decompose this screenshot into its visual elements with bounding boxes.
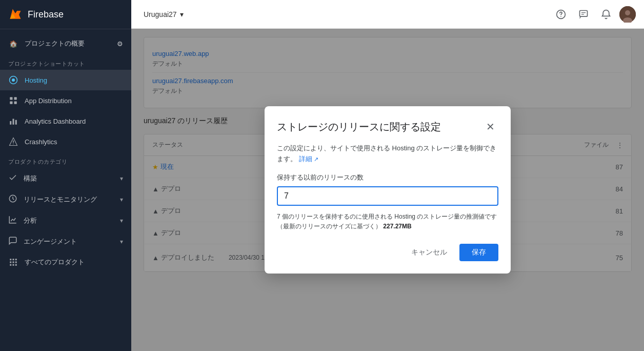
sidebar-item-crashlytics[interactable]: Crashlytics xyxy=(0,131,131,152)
svg-rect-23 xyxy=(580,10,588,16)
app-name: Firebase xyxy=(28,9,64,20)
sidebar-crashlytics-label: Crashlytics xyxy=(25,138,57,146)
external-link-icon: ↗ xyxy=(314,156,318,162)
firebase-logo-icon xyxy=(8,7,23,22)
sidebar-nav: 🏠 プロジェクトの概要 ⚙ プロジェクトショートカット Hosting xyxy=(0,29,131,351)
modal-actions: キャンセル 保存 xyxy=(277,244,498,261)
sidebar-group-build[interactable]: 構築 ▾ xyxy=(0,168,131,189)
sidebar-build-label: 構築 xyxy=(24,174,37,183)
sidebar-analytics-group-label: 分析 xyxy=(24,216,37,225)
svg-point-22 xyxy=(560,16,561,17)
sidebar-item-analytics[interactable]: Analytics Dashboard xyxy=(0,111,131,131)
modal-detail-link[interactable]: 詳細 ↗ xyxy=(299,155,319,163)
topbar-left: Uruguai27 ▾ xyxy=(139,8,188,21)
sidebar-analytics-label: Analytics Dashboard xyxy=(25,118,86,125)
svg-rect-12 xyxy=(10,259,11,260)
sidebar-group-analytics[interactable]: 分析 ▾ xyxy=(0,210,131,231)
modal-title: ストレージのリリースに関する設定 xyxy=(277,120,441,134)
svg-rect-5 xyxy=(14,102,17,104)
sidebar-hosting-label: Hosting xyxy=(25,76,47,84)
crashlytics-icon xyxy=(8,136,18,147)
sidebar-shortcut-label: プロジェクトショートカット xyxy=(0,54,131,70)
hosting-icon xyxy=(8,75,18,85)
chevron-down-icon-4: ▾ xyxy=(120,238,123,245)
modal-close-button[interactable]: ✕ xyxy=(482,119,498,135)
sidebar-app-dist-label: App Distribution xyxy=(25,97,72,105)
sidebar-release-label: リリースとモニタリング xyxy=(24,195,97,204)
svg-rect-4 xyxy=(10,102,12,104)
chevron-down-icon: ▾ xyxy=(120,175,123,182)
avatar[interactable] xyxy=(619,6,636,23)
svg-rect-20 xyxy=(15,264,17,266)
home-icon: 🏠 xyxy=(8,38,18,49)
sidebar-engagement-label: エンゲージメント xyxy=(24,237,77,246)
svg-rect-6 xyxy=(10,121,11,125)
svg-point-27 xyxy=(625,10,630,15)
project-name: Uruguai27 xyxy=(144,10,177,18)
main-content: Uruguai27 ▾ xyxy=(131,0,644,351)
sidebar-item-app-distribution[interactable]: App Distribution xyxy=(0,90,131,111)
settings-icon[interactable]: ⚙ xyxy=(117,40,123,48)
engagement-icon xyxy=(8,236,17,247)
build-icon xyxy=(8,173,17,184)
modal-description: この設定により、サイトで使用される Hosting のストレージ量を制御できます… xyxy=(277,143,498,165)
grid-icon xyxy=(8,257,18,267)
sidebar-item-hosting[interactable]: Hosting xyxy=(0,70,131,90)
svg-rect-14 xyxy=(15,259,17,260)
sidebar-group-release[interactable]: リリースとモニタリング ▾ xyxy=(0,189,131,210)
svg-rect-13 xyxy=(13,259,14,260)
modal-input-label: 保持する以前のリリースの数 xyxy=(277,173,498,182)
release-icon xyxy=(8,194,17,205)
cancel-button[interactable]: キャンセル xyxy=(403,244,455,261)
project-selector[interactable]: Uruguai27 ▾ xyxy=(139,8,188,21)
help-button[interactable] xyxy=(552,5,570,24)
releases-count-input[interactable] xyxy=(277,186,498,206)
svg-rect-3 xyxy=(14,97,17,100)
topbar: Uruguai27 ▾ xyxy=(131,0,644,29)
modal-header: ストレージのリリースに関する設定 ✕ xyxy=(277,119,498,135)
sidebar-header: Firebase xyxy=(0,0,131,29)
svg-rect-17 xyxy=(15,262,17,263)
svg-rect-8 xyxy=(15,120,17,125)
modal-overlay: ストレージのリリースに関する設定 ✕ この設定により、サイトで使用される Hos… xyxy=(131,29,644,351)
svg-rect-18 xyxy=(10,264,11,266)
svg-rect-15 xyxy=(10,262,11,263)
svg-rect-16 xyxy=(13,262,14,263)
modal-hint-size: 227.27MB xyxy=(383,223,411,230)
topbar-right xyxy=(552,5,636,24)
sidebar-item-overview[interactable]: 🏠 プロジェクトの概要 ⚙ xyxy=(0,33,131,54)
dropdown-icon: ▾ xyxy=(180,10,184,18)
content-area: uruguai27.web.app デフォルト uruguai27.fireba… xyxy=(131,29,644,351)
svg-point-1 xyxy=(12,79,15,82)
svg-rect-7 xyxy=(13,119,14,125)
chevron-down-icon-2: ▾ xyxy=(120,196,123,203)
sidebar-group-engagement[interactable]: エンゲージメント ▾ xyxy=(0,231,131,252)
storage-settings-modal: ストレージのリリースに関する設定 ✕ この設定により、サイトで使用される Hos… xyxy=(265,106,511,274)
analytics-icon xyxy=(8,116,18,126)
chevron-down-icon-3: ▾ xyxy=(120,217,123,224)
sidebar: Firebase 🏠 プロジェクトの概要 ⚙ プロジェクトショートカット Hos… xyxy=(0,0,131,351)
sidebar-all-products-label: すべてのプロダクト xyxy=(25,258,85,267)
analytics-group-icon xyxy=(8,215,17,226)
svg-point-10 xyxy=(13,144,14,145)
modal-hint: 7 個のリリースを保持するのに使用される Hosting のストレージ量の推測値… xyxy=(277,212,498,231)
svg-rect-19 xyxy=(13,264,14,266)
app-distribution-icon xyxy=(8,95,18,106)
sidebar-item-all-products[interactable]: すべてのプロダクト xyxy=(0,252,131,272)
svg-rect-2 xyxy=(10,97,12,100)
feedback-button[interactable] xyxy=(574,5,593,24)
save-button[interactable]: 保存 xyxy=(459,244,498,261)
sidebar-overview-label: プロジェクトの概要 xyxy=(25,39,85,48)
sidebar-category-label: プロダクトのカテゴリ xyxy=(0,152,131,168)
notification-button[interactable] xyxy=(597,5,615,24)
